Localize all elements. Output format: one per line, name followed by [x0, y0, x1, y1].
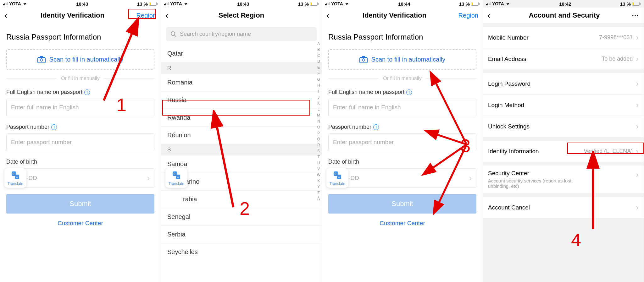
passport-input[interactable] [6, 133, 154, 151]
customer-center-link[interactable]: Customer Center [6, 220, 154, 227]
dob-label: Date of birth [328, 159, 476, 165]
svg-text:A: A [177, 176, 179, 179]
passport-input[interactable] [328, 133, 476, 151]
svg-text:中: 中 [334, 172, 337, 175]
translate-label: Translate [8, 182, 23, 186]
customer-center-link[interactable]: Customer Center [328, 220, 476, 227]
wifi-icon [22, 2, 27, 6]
row-label: Identity Information [488, 148, 539, 155]
row-unlock-settings[interactable]: Unlock Settings [483, 116, 644, 137]
clock: 10:43 [237, 1, 249, 7]
country-item-reunion[interactable]: Réunion [161, 127, 322, 144]
section-header-r: R [161, 62, 322, 74]
region-button[interactable]: Region [131, 12, 156, 19]
passport-label: Passport number i [6, 124, 154, 130]
info-icon[interactable]: i [84, 89, 90, 95]
country-item-russia[interactable]: Russia [161, 91, 322, 109]
page-title: Account and Security [497, 11, 632, 19]
scan-to-fill-button[interactable]: Scan to fill in automatically [328, 49, 476, 70]
row-login-method[interactable]: Login Method [483, 95, 644, 116]
settings-group-cancel: Account Cancel [483, 197, 644, 218]
translate-widget[interactable]: 中A Translate [326, 168, 348, 188]
svg-text:中: 中 [12, 172, 15, 175]
nav-bar: ‹ Identity Verification Region [322, 8, 483, 23]
more-button[interactable]: ⋯ [632, 11, 639, 19]
page-title: Identity Verification [14, 11, 131, 19]
search-box[interactable] [166, 27, 317, 41]
battery-pct: 13 % [298, 1, 309, 7]
back-button[interactable]: ‹ [165, 10, 175, 20]
page-title: Identity Verification [336, 11, 453, 19]
row-security-center[interactable]: Security Center Account security service… [483, 165, 644, 193]
carrier-label: YOTA [492, 1, 504, 6]
submit-button[interactable]: Submit [6, 194, 154, 214]
clock: 10:43 [76, 1, 88, 7]
info-icon[interactable]: i [406, 89, 412, 95]
svg-rect-0 [38, 57, 45, 63]
translate-widget[interactable]: 中A Translate [165, 168, 187, 188]
info-icon[interactable]: i [373, 124, 379, 130]
row-email[interactable]: Email Address To be added [483, 48, 644, 69]
wifi-icon [505, 2, 510, 6]
country-item-qatar[interactable]: Qatar [161, 45, 322, 62]
camera-icon [359, 56, 368, 63]
nav-bar: ‹ Account and Security ⋯ [483, 8, 644, 23]
info-icon[interactable]: i [51, 124, 57, 130]
status-bar: YOTA 10:43 13 % [0, 0, 161, 8]
wifi-icon [183, 2, 188, 6]
signal-icon [164, 2, 169, 5]
settings-group-login: Login Password Login Method Unlock Setti… [483, 73, 644, 137]
full-name-input[interactable] [6, 99, 154, 116]
back-button[interactable]: ‹ [487, 10, 497, 20]
carrier-label: YOTA [170, 1, 182, 6]
signal-icon [3, 2, 8, 5]
dob-label: Date of birth [6, 159, 154, 165]
search-input[interactable] [180, 31, 312, 37]
row-account-cancel[interactable]: Account Cancel [483, 197, 644, 218]
row-mobile[interactable]: Mobile Number 7-9998***051 [483, 27, 644, 48]
battery-pct: 13 % [459, 1, 470, 7]
annotation-number-4: 4 [571, 229, 581, 250]
country-item-romania[interactable]: Romania [161, 74, 322, 91]
translate-icon: 中A [11, 171, 20, 180]
scan-label: Scan to fill in automatically [49, 56, 124, 63]
country-item-arabia[interactable]: rabia [161, 191, 322, 208]
back-button[interactable]: ‹ [326, 10, 336, 20]
country-item-rwanda[interactable]: Rwanda [161, 109, 322, 127]
submit-button[interactable]: Submit [328, 194, 476, 214]
alphabet-index[interactable]: ABCDEFGHIJKLMNOPQRSTUVWXYZÀ [317, 41, 320, 202]
country-list[interactable]: Qatar R Romania Russia Rwanda Réunion S … [161, 45, 322, 261]
country-item-seychelles[interactable]: Seychelles [161, 243, 322, 261]
camera-icon [37, 56, 46, 63]
passport-label: Passport number i [328, 124, 476, 130]
carrier-label: YOTA [9, 1, 21, 6]
scan-to-fill-button[interactable]: Scan to fill in automatically [6, 49, 154, 70]
manual-divider: Or fill in manually [6, 76, 154, 81]
chevron-right-icon [635, 170, 639, 180]
row-label: Account Cancel [488, 204, 530, 211]
row-label: Email Address [488, 56, 526, 62]
row-label: Mobile Number [488, 34, 529, 41]
translate-widget[interactable]: 中A Translate [4, 168, 26, 188]
dob-input[interactable]: Y-MM-DD › [328, 168, 476, 188]
name-label: Full English name on passport i [6, 89, 154, 95]
svg-rect-14 [360, 57, 367, 63]
full-name-input[interactable] [328, 99, 476, 116]
country-item-senegal[interactable]: Senegal [161, 208, 322, 226]
back-button[interactable]: ‹ [4, 10, 14, 20]
dob-input[interactable]: Y-MM-DD › [6, 168, 154, 188]
battery-icon [471, 2, 480, 6]
region-button[interactable]: Region [453, 12, 478, 19]
row-subtitle: Account security services (report as los… [488, 178, 582, 189]
row-label: Login Method [488, 102, 524, 109]
country-item-serbia[interactable]: Serbia [161, 226, 322, 243]
row-login-password[interactable]: Login Password [483, 73, 644, 95]
translate-label: Translate [330, 182, 345, 186]
clock: 10:42 [559, 1, 571, 7]
settings-group-identity: Identity Information Verified (L. ELENA) [483, 141, 644, 162]
settings-group-security: Security Center Account security service… [483, 165, 644, 193]
row-identity-info[interactable]: Identity Information Verified (L. ELENA) [483, 141, 644, 162]
nav-bar: ‹ Identity Verification Region [0, 8, 161, 23]
translate-label: Translate [169, 182, 184, 186]
nav-bar: ‹ Select Region [161, 8, 322, 23]
